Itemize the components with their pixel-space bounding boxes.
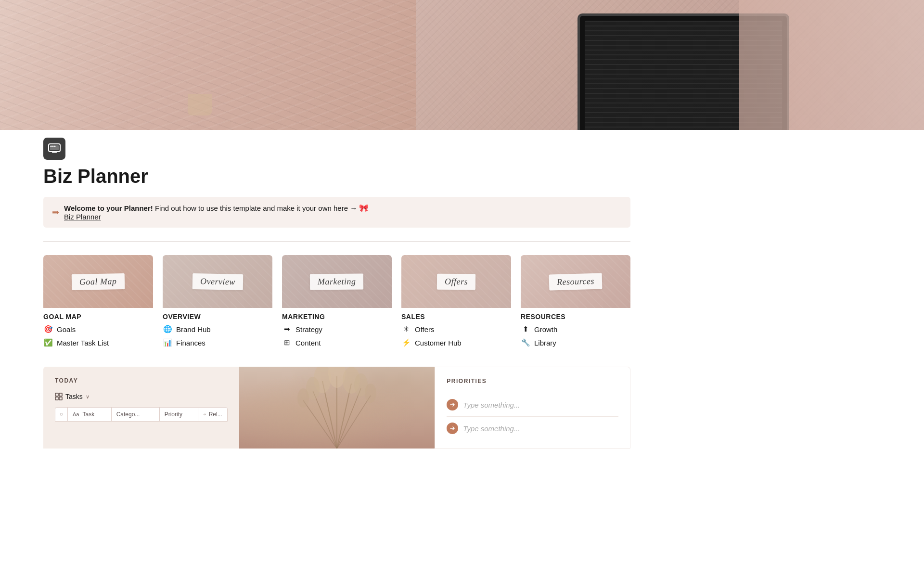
tasks-table-header: Aa Task Catego... Priority Rel... — [55, 407, 228, 422]
card-link-text: Customer Hub — [415, 339, 462, 347]
priority-item-2[interactable]: Type something... — [447, 417, 618, 440]
card-link-icon: ⚡ — [401, 338, 411, 347]
priority-arrow-icon-2 — [447, 423, 458, 434]
svg-rect-10 — [60, 413, 62, 415]
main-content: Biz Planner ➡ Welcome to your Planner! F… — [0, 166, 674, 449]
col-checkbox — [55, 408, 68, 421]
svg-rect-5 — [52, 152, 57, 153]
card-link-offers[interactable]: ✳Offers — [401, 324, 511, 334]
card-label-sales: Offers — [437, 273, 475, 290]
card-link-text: Content — [295, 339, 321, 347]
card-resources[interactable]: ResourcesRESOURCES⬆Growth🔧Library — [521, 255, 630, 347]
section-divider — [43, 241, 630, 242]
card-title-resources: RESOURCES — [521, 308, 630, 324]
card-link-master-task-list[interactable]: ✅Master Task List — [43, 338, 153, 347]
svg-point-3 — [52, 146, 54, 147]
svg-rect-8 — [55, 397, 58, 400]
col-category: Catego... — [112, 408, 160, 421]
card-link-icon: ⊞ — [282, 338, 292, 347]
bottom-grid: TODAY Tasks ∨ Aa Task Catego... — [43, 367, 630, 449]
card-link-text: Strategy — [295, 325, 322, 333]
card-link-icon: 🔧 — [521, 338, 530, 347]
welcome-link[interactable]: Biz Planner — [64, 213, 369, 221]
cards-grid: Goal MapGOAL MAP🎯Goals✅Master Task ListO… — [43, 255, 630, 347]
priorities-label: PRIORITIES — [447, 378, 618, 385]
card-link-content[interactable]: ⊞Content — [282, 338, 392, 347]
card-link-icon: ✳ — [401, 324, 411, 334]
today-section: TODAY Tasks ∨ Aa Task Catego... — [43, 367, 239, 449]
card-link-icon: ✅ — [43, 338, 53, 347]
card-link-strategy[interactable]: ➡Strategy — [282, 324, 392, 334]
card-link-icon: ➡ — [282, 324, 292, 334]
col-priority: Priority — [160, 408, 198, 421]
welcome-arrow-icon: ➡ — [52, 207, 59, 218]
page-icon — [43, 138, 65, 160]
svg-rect-6 — [55, 393, 58, 396]
hero-banner — [0, 0, 924, 130]
card-link-growth[interactable]: ⬆Growth — [521, 324, 630, 334]
card-link-text: Goals — [57, 325, 76, 333]
card-link-goals[interactable]: 🎯Goals — [43, 324, 153, 334]
tasks-chevron: ∨ — [86, 394, 90, 400]
card-link-text: Brand Hub — [176, 325, 211, 333]
card-link-text: Finances — [176, 339, 205, 347]
svg-point-4 — [54, 146, 56, 147]
welcome-callout: ➡ Welcome to your Planner! Find out how … — [43, 197, 630, 228]
svg-point-23 — [297, 388, 309, 408]
card-title-goal-map: GOAL MAP — [43, 308, 153, 324]
tasks-label: Tasks — [65, 393, 83, 400]
card-title-marketing: MARKETING — [282, 308, 392, 324]
welcome-body-text: Find out how to use this template and ma… — [155, 204, 357, 212]
card-link-text: Library — [534, 339, 556, 347]
card-marketing[interactable]: MarketingMARKETING➡Strategy⊞Content — [282, 255, 392, 347]
svg-line-13 — [337, 384, 351, 449]
card-link-icon: 🎯 — [43, 324, 53, 334]
priorities-section: PRIORITIES Type something... Type someth… — [435, 367, 630, 449]
card-sales[interactable]: OffersSALES✳Offers⚡Customer Hub — [401, 255, 511, 347]
pampas-grass-illustration — [274, 367, 399, 449]
welcome-bold-text: Welcome to your Planner! — [64, 204, 153, 212]
card-link-text: Growth — [534, 325, 557, 333]
priority-item-1[interactable]: Type something... — [447, 393, 618, 417]
card-label-goal-map: Goal Map — [72, 273, 125, 290]
svg-rect-7 — [59, 393, 62, 396]
card-label-overview: Overview — [192, 273, 243, 290]
col-related: Rel... — [198, 408, 227, 421]
col-task: Aa Task — [68, 408, 112, 421]
card-link-library[interactable]: 🔧Library — [521, 338, 630, 347]
svg-point-24 — [365, 384, 376, 403]
card-link-text: Offers — [415, 325, 435, 333]
card-link-brand-hub[interactable]: 🌐Brand Hub — [163, 324, 272, 334]
welcome-emoji: 🎀 — [359, 204, 369, 212]
page-icon-area — [0, 130, 924, 160]
card-label-resources: Resources — [549, 273, 603, 290]
card-title-sales: SALES — [401, 308, 511, 324]
tasks-table-icon — [55, 393, 63, 400]
priority-placeholder-1: Type something... — [463, 401, 520, 409]
card-overview[interactable]: OverviewOVERVIEW🌐Brand Hub📊Finances — [163, 255, 272, 347]
card-link-text: Master Task List — [57, 339, 109, 347]
card-goal-map[interactable]: Goal MapGOAL MAP🎯Goals✅Master Task List — [43, 255, 153, 347]
page-title: Biz Planner — [43, 166, 630, 187]
tasks-header[interactable]: Tasks ∨ — [55, 393, 228, 400]
today-label: TODAY — [55, 377, 228, 384]
card-link-finances[interactable]: 📊Finances — [163, 338, 272, 347]
svg-line-17 — [337, 396, 371, 449]
card-link-icon: 🌐 — [163, 324, 172, 334]
priority-arrow-icon-1 — [447, 399, 458, 410]
svg-line-15 — [337, 388, 361, 449]
card-link-icon: 📊 — [163, 338, 172, 347]
card-label-marketing: Marketing — [310, 273, 364, 290]
priority-placeholder-2: Type something... — [463, 424, 520, 433]
card-link-icon: ⬆ — [521, 324, 530, 334]
card-link-customer-hub[interactable]: ⚡Customer Hub — [401, 338, 511, 347]
svg-rect-9 — [59, 397, 62, 400]
svg-point-2 — [51, 146, 52, 147]
middle-image-section — [239, 367, 435, 449]
card-title-overview: OVERVIEW — [163, 308, 272, 324]
